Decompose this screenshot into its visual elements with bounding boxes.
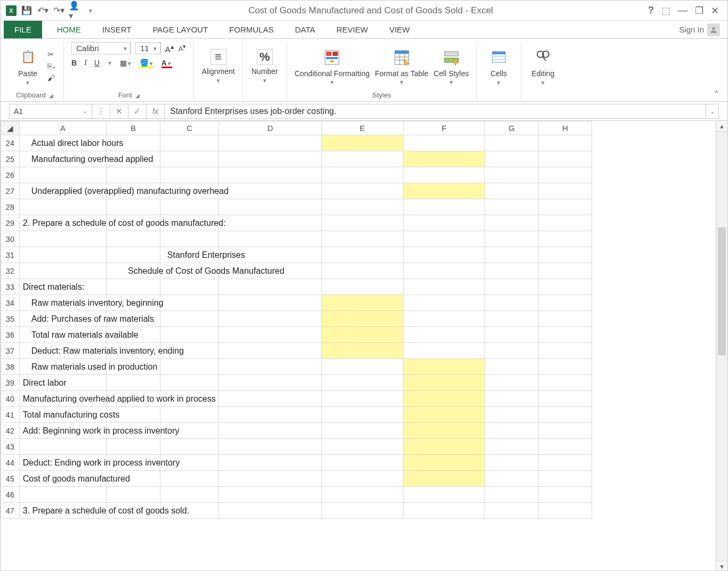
- italic-button[interactable]: I: [84, 59, 87, 67]
- cell-H39[interactable]: [538, 375, 592, 391]
- cell-D25[interactable]: [219, 151, 321, 167]
- cell-F45[interactable]: [403, 471, 484, 487]
- row-header[interactable]: 29: [1, 215, 20, 231]
- col-header-D[interactable]: D: [219, 121, 321, 135]
- undo-icon[interactable]: ↶▾: [37, 5, 48, 17]
- cell-G31[interactable]: [485, 247, 538, 263]
- row-header[interactable]: 40: [1, 391, 20, 407]
- row-header[interactable]: 44: [1, 455, 20, 471]
- cell-A45[interactable]: Cost of goods manufactured: [19, 471, 107, 487]
- redo-icon[interactable]: ↷▾: [53, 5, 64, 17]
- cell-E41[interactable]: [321, 407, 403, 423]
- cell-D33[interactable]: [219, 279, 321, 295]
- row-header[interactable]: 24: [1, 135, 20, 151]
- cell-A27[interactable]: Underapplied (overapplied) manufacturing…: [19, 183, 107, 199]
- cell-E30[interactable]: [321, 231, 403, 247]
- vertical-scrollbar[interactable]: ▲ ▼: [716, 121, 727, 571]
- cell-F29[interactable]: [403, 215, 484, 231]
- tab-file[interactable]: FILE: [4, 21, 42, 38]
- row-header[interactable]: 37: [1, 343, 20, 359]
- cell-C36[interactable]: [160, 327, 219, 343]
- cell-H38[interactable]: [538, 359, 592, 375]
- cell-H34[interactable]: [538, 295, 592, 311]
- cell-G41[interactable]: [485, 407, 538, 423]
- cell-E47[interactable]: [321, 503, 403, 519]
- cell-E38[interactable]: [321, 359, 403, 375]
- cell-B28[interactable]: [107, 199, 160, 215]
- tab-view[interactable]: VIEW: [378, 21, 420, 38]
- cell-B43[interactable]: [107, 439, 160, 455]
- cell-C39[interactable]: [160, 375, 219, 391]
- user-qat-icon[interactable]: 👤▾: [69, 5, 80, 17]
- cell-A33[interactable]: Direct materials:: [19, 279, 107, 295]
- cell-G44[interactable]: [485, 455, 538, 471]
- cell-A41[interactable]: Total manufacturing costs: [19, 407, 107, 423]
- cell-H42[interactable]: [538, 423, 592, 439]
- row-header[interactable]: 30: [1, 231, 20, 247]
- cell-A46[interactable]: [19, 487, 107, 503]
- row-header[interactable]: 39: [1, 375, 20, 391]
- row-header[interactable]: 38: [1, 359, 20, 375]
- cell-A32[interactable]: Schedule of Cost of Goods Manufactured: [19, 263, 107, 279]
- cell-A47[interactable]: 3. Prepare a schedule of cost of goods s…: [19, 503, 107, 519]
- cell-F28[interactable]: [403, 199, 484, 215]
- cell-F24[interactable]: [403, 135, 484, 151]
- cell-A26[interactable]: [19, 167, 107, 183]
- cell-D27[interactable]: [219, 183, 321, 199]
- worksheet-grid[interactable]: ◢ A B C D E F G H 24Actual direct labor …: [1, 121, 716, 571]
- cell-E40[interactable]: [321, 391, 403, 407]
- cell-H44[interactable]: [538, 455, 592, 471]
- close-icon[interactable]: ✕: [711, 5, 719, 17]
- cell-G32[interactable]: [485, 263, 538, 279]
- cell-A37[interactable]: Deduct: Raw materials inventory, ending: [19, 343, 107, 359]
- cell-B46[interactable]: [107, 487, 160, 503]
- cell-G40[interactable]: [485, 391, 538, 407]
- cell-G25[interactable]: [485, 151, 538, 167]
- cell-H27[interactable]: [538, 183, 592, 199]
- cell-C24[interactable]: [160, 135, 219, 151]
- cell-H31[interactable]: [538, 247, 592, 263]
- cell-A40[interactable]: Manufacturing overhead applied to work i…: [19, 391, 107, 407]
- font-family-select[interactable]: Calibri▼: [71, 42, 131, 54]
- scroll-down-icon[interactable]: ▼: [716, 561, 727, 571]
- ribbon-display-icon[interactable]: ⬚: [661, 5, 670, 17]
- cell-C45[interactable]: [160, 471, 219, 487]
- cell-H37[interactable]: [538, 343, 592, 359]
- col-header-G[interactable]: G: [485, 121, 538, 135]
- cell-F30[interactable]: [403, 231, 484, 247]
- cell-H28[interactable]: [538, 199, 592, 215]
- editing-button[interactable]: Editing ▼: [529, 47, 557, 86]
- sign-in-button[interactable]: Sign In: [672, 21, 727, 38]
- cell-F38[interactable]: [403, 359, 484, 375]
- cell-B30[interactable]: [107, 231, 160, 247]
- cells-button[interactable]: Cells ▼: [484, 47, 513, 86]
- cell-A29[interactable]: 2. Prepare a schedule of cost of goods m…: [19, 215, 107, 231]
- cell-E29[interactable]: [321, 215, 403, 231]
- cell-H36[interactable]: [538, 327, 592, 343]
- cell-H43[interactable]: [538, 439, 592, 455]
- bold-button[interactable]: B: [71, 59, 77, 67]
- cell-D45[interactable]: [219, 471, 321, 487]
- cell-E24[interactable]: [321, 135, 403, 151]
- cell-E45[interactable]: [321, 471, 403, 487]
- cell-G38[interactable]: [485, 359, 538, 375]
- cell-A31[interactable]: Stanford Enterprises: [19, 247, 107, 263]
- cell-G24[interactable]: [485, 135, 538, 151]
- col-header-A[interactable]: A: [19, 121, 107, 135]
- row-header[interactable]: 31: [1, 247, 20, 263]
- cell-F41[interactable]: [403, 407, 484, 423]
- cell-C30[interactable]: [160, 231, 219, 247]
- cell-G39[interactable]: [485, 375, 538, 391]
- row-header[interactable]: 41: [1, 407, 20, 423]
- cell-F43[interactable]: [403, 439, 484, 455]
- cell-F46[interactable]: [403, 487, 484, 503]
- cell-A34[interactable]: Raw materials inventory, beginning: [19, 295, 107, 311]
- row-header[interactable]: 35: [1, 311, 20, 327]
- cell-F27[interactable]: [403, 183, 484, 199]
- tab-home[interactable]: HOME: [46, 21, 92, 38]
- row-header[interactable]: 26: [1, 167, 20, 183]
- cell-D47[interactable]: [219, 503, 321, 519]
- row-header[interactable]: 27: [1, 183, 20, 199]
- paste-button[interactable]: 📋 Paste ▼: [13, 47, 42, 86]
- cell-F39[interactable]: [403, 375, 484, 391]
